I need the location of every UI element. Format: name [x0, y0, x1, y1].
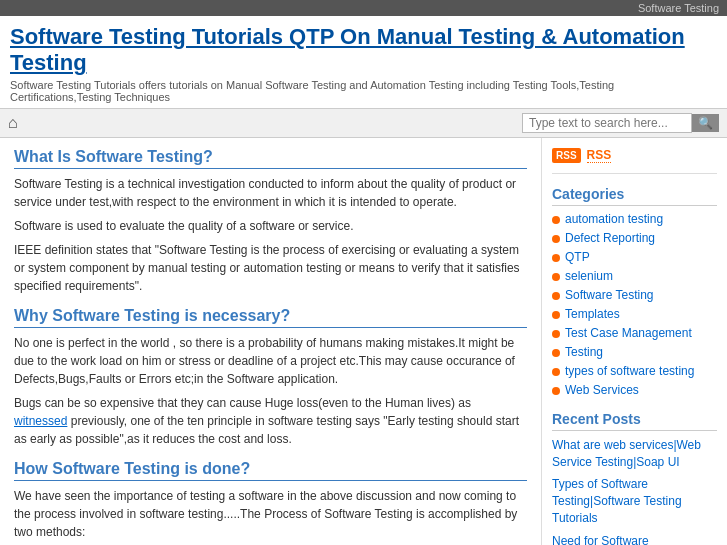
what-is-p1: Software Testing is a technical investig… [14, 175, 527, 211]
rss-icon[interactable]: RSS [552, 148, 581, 163]
nav-bar: ⌂ 🔍 [0, 109, 727, 138]
recent-post-link-1[interactable]: What are web services|Web Service Testin… [552, 437, 717, 471]
cat-link-webservices[interactable]: Web Services [565, 383, 639, 397]
section-why-title: Why Software Testing is necessary? [14, 307, 527, 328]
how-intro: We have seen the importance of testing a… [14, 487, 527, 541]
what-is-p2: Software is used to evaluate the quality… [14, 217, 527, 235]
categories-title: Categories [552, 186, 717, 206]
why-p1: No one is perfect in the world , so ther… [14, 334, 527, 388]
site-tagline: Software Testing Tutorials offers tutori… [10, 79, 717, 103]
rss-block: RSS RSS [552, 148, 717, 163]
cat-link-software-testing[interactable]: Software Testing [565, 288, 654, 302]
cat-dot [552, 330, 560, 338]
why-p2: Bugs can be so expensive that they can c… [14, 394, 527, 448]
home-icon[interactable]: ⌂ [8, 114, 18, 132]
search-button[interactable]: 🔍 [692, 114, 719, 132]
section-what-is-title: What Is Software Testing? [14, 148, 527, 169]
recent-posts-title: Recent Posts [552, 411, 717, 431]
cat-automation: automation testing [552, 212, 717, 228]
recent-post-1: What are web services|Web Service Testin… [552, 437, 717, 471]
main-layout: What Is Software Testing? Software Testi… [0, 138, 727, 545]
rss-label[interactable]: RSS [587, 148, 612, 163]
cat-dot [552, 368, 560, 376]
search-box: 🔍 [522, 113, 719, 133]
cat-templates: Templates [552, 307, 717, 323]
cat-dot [552, 273, 560, 281]
cat-link-qtp[interactable]: QTP [565, 250, 590, 264]
cat-link-selenium[interactable]: selenium [565, 269, 613, 283]
main-content: What Is Software Testing? Software Testi… [0, 138, 542, 545]
cat-link-types[interactable]: types of software testing [565, 364, 694, 378]
cat-dot [552, 235, 560, 243]
cat-webservices: Web Services [552, 383, 717, 399]
cat-dot [552, 216, 560, 224]
top-bar: Software Testing [0, 0, 727, 16]
cat-qtp: QTP [552, 250, 717, 266]
cat-defect: Defect Reporting [552, 231, 717, 247]
cat-testing: Testing [552, 345, 717, 361]
what-is-p3: IEEE definition states that "Software Te… [14, 241, 527, 295]
recent-post-link-3[interactable]: Need for Software Testing|Software Testi… [552, 533, 717, 545]
cat-selenium: selenium [552, 269, 717, 285]
categories-list: automation testing Defect Reporting QTP … [552, 212, 717, 399]
section-how-title: How Software Testing is done? [14, 460, 527, 481]
witnessed-link[interactable]: witnessed [14, 414, 67, 428]
cat-software-testing: Software Testing [552, 288, 717, 304]
recent-post-link-2[interactable]: Types of Software Testing|Software Testi… [552, 476, 717, 526]
cat-dot [552, 387, 560, 395]
recent-post-3: Need for Software Testing|Software Testi… [552, 533, 717, 545]
cat-link-testcase[interactable]: Test Case Management [565, 326, 692, 340]
recent-post-2: Types of Software Testing|Software Testi… [552, 476, 717, 526]
cat-dot [552, 311, 560, 319]
search-input[interactable] [522, 113, 692, 133]
cat-testcase: Test Case Management [552, 326, 717, 342]
cat-link-templates[interactable]: Templates [565, 307, 620, 321]
cat-link-automation[interactable]: automation testing [565, 212, 663, 226]
sidebar: RSS RSS Categories automation testing De… [542, 138, 727, 545]
cat-dot [552, 349, 560, 357]
cat-dot [552, 292, 560, 300]
site-title[interactable]: Software Testing Tutorials QTP On Manual… [10, 24, 717, 77]
top-bar-text: Software Testing [638, 2, 719, 14]
site-header: Software Testing Tutorials QTP On Manual… [0, 16, 727, 109]
cat-types: types of software testing [552, 364, 717, 380]
cat-dot [552, 254, 560, 262]
cat-link-defect[interactable]: Defect Reporting [565, 231, 655, 245]
cat-link-testing[interactable]: Testing [565, 345, 603, 359]
